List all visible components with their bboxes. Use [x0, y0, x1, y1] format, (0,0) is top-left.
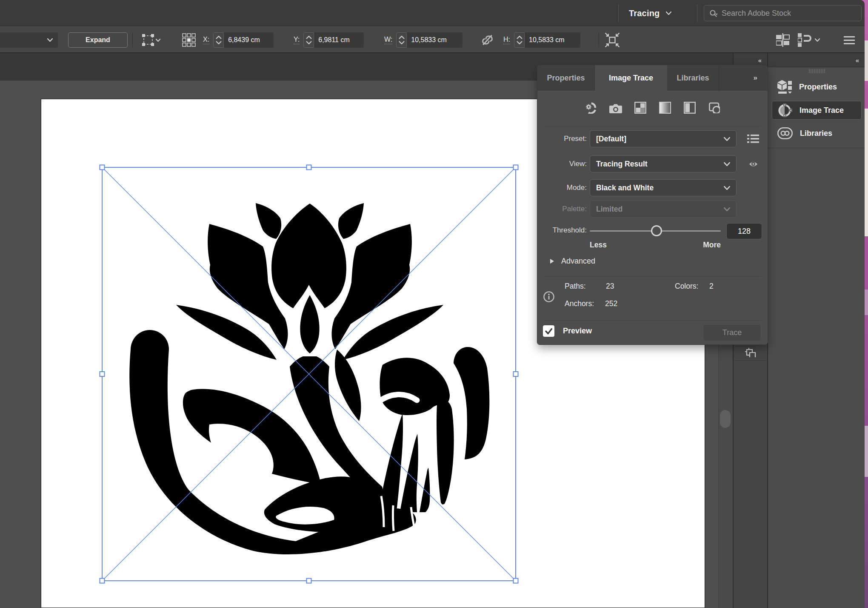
- camera-icon: [609, 103, 622, 113]
- align-objects-button[interactable]: [776, 32, 790, 48]
- collapse-icon-dock-button[interactable]: «: [758, 57, 762, 64]
- creative-cloud-icon: [777, 126, 793, 141]
- illustrator-window: Tracing Search Adobe Stock Expand X: 6,8…: [0, 0, 865, 608]
- more-label: More: [703, 241, 721, 250]
- desktop-background: [865, 290, 868, 315]
- disclosure-triangle-icon: [550, 259, 554, 264]
- desktop-background: [865, 426, 868, 477]
- dock-separator: [768, 148, 865, 148]
- threshold-slider[interactable]: [590, 225, 721, 236]
- x-input[interactable]: 6,8439 cm: [224, 32, 274, 48]
- align-to-selection-button[interactable]: [798, 32, 820, 48]
- info-icon: [543, 291, 555, 303]
- traced-flower-artwork: [129, 203, 489, 554]
- preset-black-white-button[interactable]: [683, 101, 696, 114]
- mode-select[interactable]: Black and White: [590, 179, 737, 196]
- x-stepper[interactable]: [213, 32, 224, 48]
- advanced-disclosure[interactable]: Advanced: [550, 257, 595, 266]
- chevron-down-icon: [724, 137, 730, 141]
- preview-control: Preview: [543, 325, 592, 337]
- trace-preset-buttons: [537, 101, 768, 114]
- control-bar-menu-button[interactable]: [844, 32, 855, 48]
- panel-separator: [543, 320, 762, 321]
- tab-libraries[interactable]: Libraries: [667, 65, 719, 91]
- w-field-group: W: 10,5833 cm: [384, 32, 463, 48]
- tab-properties[interactable]: Properties: [537, 65, 595, 91]
- panel-overflow-button[interactable]: »: [754, 65, 768, 91]
- advanced-label: Advanced: [561, 257, 595, 266]
- trace-button[interactable]: Trace: [703, 324, 761, 341]
- colors-stat: Colors:: [675, 282, 698, 291]
- preset-outline-button[interactable]: [708, 101, 721, 114]
- palette-select[interactable]: Limited: [590, 201, 737, 218]
- menu-icon: [844, 35, 855, 45]
- expand-button[interactable]: Expand: [68, 32, 128, 48]
- tab-image-trace[interactable]: Image Trace: [595, 65, 667, 91]
- image-trace-icon: [778, 103, 792, 117]
- grayscale-icon: [659, 102, 671, 114]
- preset-grayscale-button[interactable]: [659, 101, 671, 114]
- slider-knob[interactable]: [651, 225, 662, 236]
- dock-item-properties[interactable]: Properties: [772, 77, 862, 96]
- view-value: Tracing Result: [596, 160, 648, 169]
- scrollbar-thumb[interactable]: [720, 410, 731, 428]
- chevron-down-icon: [666, 11, 671, 15]
- w-input[interactable]: 10,5833 cm: [407, 32, 463, 48]
- search-icon: [709, 9, 718, 17]
- reference-point-locator[interactable]: [182, 32, 196, 48]
- preset-high-color-button[interactable]: [609, 101, 622, 114]
- low-color-icon: [634, 102, 646, 114]
- fit-artboard-button[interactable]: [605, 32, 620, 48]
- preset-select[interactable]: [Default]: [590, 130, 737, 147]
- preset-low-color-button[interactable]: [634, 101, 647, 114]
- align-grid-icon: [776, 33, 790, 47]
- dock-item-label: Properties: [799, 83, 837, 92]
- style-dropdown[interactable]: [0, 32, 58, 48]
- paths-label: Paths:: [565, 282, 586, 290]
- desktop-background: [865, 109, 868, 236]
- preset-menu-button[interactable]: [745, 134, 762, 143]
- y-label[interactable]: Y:: [294, 36, 300, 44]
- threshold-input[interactable]: 128: [726, 223, 762, 239]
- palette-row: Palette: Limited: [537, 201, 768, 218]
- topbar-separator: [697, 4, 697, 22]
- artboards-panel-button[interactable]: [734, 344, 767, 361]
- search-placeholder: Search Adobe Stock: [722, 9, 791, 18]
- dock-item-image-trace[interactable]: Image Trace: [772, 101, 862, 120]
- link-dimensions-toggle[interactable]: [480, 32, 495, 48]
- controlbar-separator: [132, 33, 133, 47]
- w-label[interactable]: W:: [384, 36, 392, 44]
- threshold-label: Threshold:: [553, 226, 587, 235]
- h-stepper[interactable]: [514, 32, 525, 48]
- preview-checkbox[interactable]: [543, 325, 554, 337]
- y-input[interactable]: 6,9811 cm: [314, 32, 364, 48]
- workspace-switcher[interactable]: Tracing: [623, 0, 671, 26]
- palette-value: Limited: [596, 205, 622, 214]
- preset-row: Preset: [Default]: [537, 130, 768, 147]
- view-row: View: Tracing Result: [537, 155, 768, 172]
- view-visibility-button[interactable]: [745, 160, 762, 168]
- h-field-group: H: 10,5833 cm: [503, 32, 580, 48]
- view-select[interactable]: Tracing Result: [590, 155, 737, 172]
- w-stepper[interactable]: [396, 32, 407, 48]
- dock-item-label: Libraries: [800, 129, 832, 138]
- h-label[interactable]: H:: [503, 36, 510, 44]
- y-stepper[interactable]: [303, 32, 314, 48]
- preset-auto-color-button[interactable]: [585, 101, 597, 114]
- h-input[interactable]: 10,5833 cm: [525, 32, 580, 48]
- bounding-box-options[interactable]: [142, 32, 160, 48]
- panel-separator: [543, 276, 762, 277]
- collapse-dock-button[interactable]: «: [856, 57, 859, 64]
- controlbar-separator: [599, 33, 599, 47]
- chevron-down-icon: [47, 38, 53, 42]
- palette-label: Palette:: [562, 205, 587, 213]
- dock-drag-grip[interactable]: [768, 69, 865, 73]
- x-label[interactable]: X:: [203, 36, 209, 44]
- mode-label: Mode:: [567, 184, 587, 192]
- dock-item-libraries[interactable]: Libraries: [772, 124, 862, 143]
- outline-icon: [709, 102, 720, 113]
- stock-search-input[interactable]: Search Adobe Stock: [704, 5, 862, 21]
- mode-row: Mode: Black and White: [537, 179, 768, 196]
- fit-arrows-icon: [605, 32, 620, 48]
- workspace-label: Tracing: [629, 9, 660, 18]
